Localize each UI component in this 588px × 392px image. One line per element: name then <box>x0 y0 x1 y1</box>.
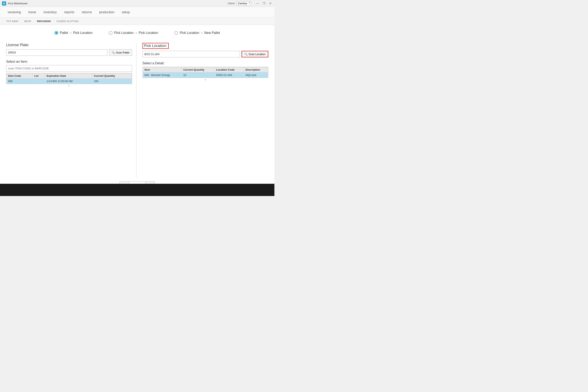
title-bar: ▦ Arca Warehouse Client: Cerritus — ❐ ✕ <box>0 0 274 7</box>
subnav-replenish[interactable]: REPLENISH <box>34 19 53 23</box>
maximize-button[interactable]: ❐ <box>262 2 266 5</box>
item-table-wrapper: Item Code Lot Expiration Date Current Qu… <box>6 73 132 84</box>
radio-pick-new-pallet-circle <box>174 31 178 35</box>
main-panels: License Plate: 🔍 Scan Pallet Select an I… <box>6 43 268 177</box>
scan-location-label: Scan Location <box>249 53 266 56</box>
scan-pallet-label: Scan Pallet <box>116 51 130 54</box>
cell-item-code: 666 <box>6 78 33 84</box>
content-area: Pallet → Pick Location Pick Location → P… <box>0 25 274 184</box>
col-item-code: Item Code <box>6 73 33 78</box>
radio-pick-pick-circle <box>109 31 112 35</box>
license-plate-label: License Plate: <box>6 43 132 47</box>
quantity-row: − 0 + <box>120 181 155 184</box>
item-search-input[interactable] <box>6 65 132 72</box>
bottom-controls: − 0 + 📦 Replenish <box>6 181 268 184</box>
detail-table-header-row: Item Current Quantity Location Code Desc… <box>143 67 268 72</box>
pick-location-input[interactable] <box>142 51 240 57</box>
pick-location-row: 🔍 Scan Location <box>142 51 268 57</box>
client-selector: Client: Cerritus <box>228 1 251 6</box>
left-panel: License Plate: 🔍 Scan Pallet Select an I… <box>6 43 136 177</box>
client-dropdown-wrapper[interactable]: Cerritus <box>236 1 251 6</box>
subnav-move[interactable]: MOVE <box>22 19 34 23</box>
col-item: Item <box>143 67 182 72</box>
client-dropdown[interactable]: Cerritus <box>236 1 251 6</box>
cell-lot <box>33 78 45 84</box>
cell-exp-date: 1/1/1900 12:00:00 AM <box>45 78 92 84</box>
client-label: Client: <box>228 2 235 5</box>
scan-location-button[interactable]: 🔍 Scan Location <box>242 51 268 57</box>
nav-reports[interactable]: reports <box>60 7 78 18</box>
nav-inventory[interactable]: inventory <box>40 7 60 18</box>
search-icon-2: 🔍 <box>244 53 248 56</box>
increment-button[interactable]: + <box>145 181 155 184</box>
left-scroll-indicator: ▾ <box>6 84 132 88</box>
nav-production[interactable]: production <box>96 7 118 18</box>
cell-description: HQ2 pick <box>244 72 268 78</box>
cell-loc-code: DR02.01.A04 <box>214 72 244 78</box>
item-table: Item Code Lot Expiration Date Current Qu… <box>6 73 132 84</box>
item-table-head: Item Code Lot Expiration Date Current Qu… <box>6 73 132 78</box>
nav-move[interactable]: move <box>24 7 40 18</box>
bottom-bar <box>0 184 274 196</box>
table-row[interactable]: 666 1/1/1900 12:00:00 AM 100 <box>6 78 132 84</box>
main-navigation: receiving move inventory reports returns… <box>0 7 274 18</box>
radio-pick-new-pallet[interactable]: Pick Location → New Pallet <box>174 31 220 35</box>
radio-pallet-pick[interactable]: Pallet → Pick Location <box>54 31 92 35</box>
scan-pallet-button[interactable]: 🔍 Scan Pallet <box>109 49 132 56</box>
col-current-qty: Current Quantity <box>92 73 132 78</box>
radio-pallet-pick-circle <box>54 31 58 35</box>
cell-qty: 10 <box>182 72 214 78</box>
item-table-body: 666 1/1/1900 12:00:00 AM 100 <box>6 78 132 84</box>
col-exp-date: Expiration Date <box>45 73 92 78</box>
detail-table-body: 666 - Monster Energy 10 DR02.01.A04 HQ2 … <box>143 72 268 78</box>
cell-current-qty: 100 <box>92 78 132 84</box>
item-table-header-row: Item Code Lot Expiration Date Current Qu… <box>6 73 132 78</box>
minimize-button[interactable]: — <box>255 2 260 5</box>
cell-item: 666 - Monster Energy <box>143 72 182 78</box>
license-plate-row: 🔍 Scan Pallet <box>6 49 132 56</box>
subnav-guided-slotting[interactable]: GUIDED SLOTTING <box>54 19 81 23</box>
sub-navigation: PUT AWAY MOVE REPLENISH GUIDED SLOTTING <box>0 18 274 25</box>
app-title: Arca Warehouse <box>8 2 228 5</box>
quantity-display: 0 <box>129 181 145 184</box>
nav-returns[interactable]: returns <box>78 7 96 18</box>
pick-location-label: Pick Location: <box>142 43 169 49</box>
col-current-qty: Current Quantity <box>182 67 214 72</box>
nav-receiving[interactable]: receiving <box>4 7 24 18</box>
app-icon: ▦ <box>2 2 6 6</box>
radio-pick-new-pallet-label: Pick Location → New Pallet <box>180 31 220 35</box>
table-row[interactable]: 666 - Monster Energy 10 DR02.01.A04 HQ2 … <box>143 72 268 78</box>
right-panel: Pick Location: 🔍 Scan Location Select a … <box>136 43 268 177</box>
main-window: ▦ Arca Warehouse Client: Cerritus — ❐ ✕ … <box>0 0 274 196</box>
radio-pick-pick[interactable]: Pick Location → Pick Location <box>109 31 158 35</box>
close-button[interactable]: ✕ <box>268 2 272 5</box>
radio-pallet-pick-label: Pallet → Pick Location <box>60 31 92 35</box>
detail-table-head: Item Current Quantity Location Code Desc… <box>143 67 268 72</box>
replenish-mode-selector: Pallet → Pick Location Pick Location → P… <box>6 29 268 37</box>
detail-table: Item Current Quantity Location Code Desc… <box>143 67 268 78</box>
subnav-put-away[interactable]: PUT AWAY <box>4 19 21 23</box>
col-description: Description <box>244 67 268 72</box>
decrement-button[interactable]: − <box>120 181 129 184</box>
nav-setup[interactable]: setup <box>118 7 133 18</box>
radio-pick-pick-label: Pick Location → Pick Location <box>114 31 158 35</box>
col-lot: Lot <box>33 73 45 78</box>
search-icon: 🔍 <box>112 51 115 54</box>
col-location-code: Location Code <box>214 67 244 72</box>
select-detail-label: Select a Detail: <box>142 62 268 65</box>
select-item-label: Select an Item: <box>6 60 132 64</box>
window-controls: — ❐ ✕ <box>255 2 272 5</box>
license-plate-input[interactable] <box>6 49 108 56</box>
right-scroll-indicator: ▾ <box>142 78 268 82</box>
detail-table-wrapper: Item Current Quantity Location Code Desc… <box>142 67 268 78</box>
